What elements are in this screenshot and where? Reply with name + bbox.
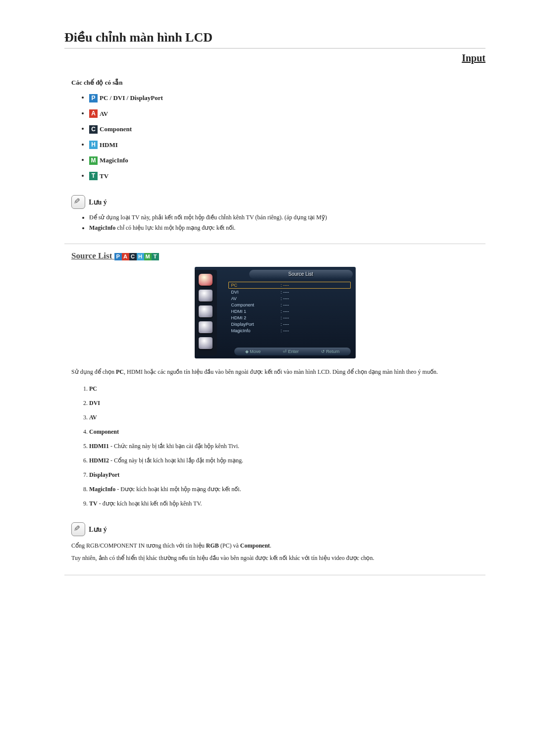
mode-item: TTV [89, 172, 485, 181]
osd-row: HDMI 2---- [228, 314, 351, 321]
osd-side-sound-icon [199, 305, 213, 317]
mode-label: PC / DVI / DisplayPort [100, 94, 163, 101]
mode-label: MagicInfo [100, 156, 128, 164]
m-icon: M [89, 156, 98, 165]
mode-item: CComponent [89, 125, 485, 134]
mode-item: PPC / DVI / DisplayPort [89, 94, 485, 102]
osd-row: Component---- [228, 302, 351, 308]
osd-sidebar [195, 270, 217, 355]
osd-row: DisplayPort---- [228, 321, 351, 327]
source-item: HDMI1 - Chức năng này bị tắt khi bạn cài… [89, 443, 485, 450]
osd-row: DVI---- [228, 289, 351, 295]
osd-side-picture-icon [199, 290, 213, 302]
p-icon: P [89, 94, 98, 102]
source-item: Component [89, 428, 485, 436]
osd-return-hint: ↺ Return [321, 349, 340, 354]
osd-screenshot: Source List PC---- DVI---- AV---- Compon… [195, 267, 356, 358]
source-ordered-list: PC DVI AV Component HDMI1 - Chức năng nà… [89, 385, 485, 507]
note-label: Lưu ý [89, 526, 107, 533]
usage-paragraph: Sử dụng để chọn PC, HDMI hoặc các nguồn … [71, 367, 485, 376]
osd-side-multi-icon [199, 337, 213, 349]
note-item: Để sử dụng loại TV này, phải kết nối một… [89, 214, 485, 221]
mode-label: Component [100, 125, 132, 133]
mode-label: AV [100, 110, 108, 117]
note-list-1: Để sử dụng loại TV này, phải kết nối một… [89, 214, 485, 232]
note-paragraph: Cổng RGB/COMPONENT IN tương thích với tí… [71, 541, 485, 551]
source-item: TV - được kích hoạt khi kết nối hộp kênh… [89, 500, 485, 507]
source-item: DVI [89, 400, 485, 407]
t-icon: T [152, 253, 159, 260]
a-icon: A [89, 109, 98, 118]
mode-label: TV [100, 172, 108, 180]
osd-side-setup-icon [199, 321, 213, 333]
source-item: PC [89, 385, 485, 393]
c-icon: C [89, 125, 98, 134]
osd-row: AV---- [228, 295, 351, 302]
t-icon: T [89, 172, 98, 180]
p-icon: P [114, 253, 122, 260]
source-item: HDMI2 - Cổng này bị tắt kích hoạt khi lắ… [89, 457, 485, 464]
c-icon: C [129, 253, 137, 260]
osd-footer: ◆ Move ⏎ Enter ↺ Return [234, 348, 351, 355]
osd-title: Source List [249, 270, 353, 279]
note-label: Lưu ý [89, 199, 107, 206]
a-icon: A [122, 253, 129, 260]
note-icon [71, 522, 85, 536]
page-title: Điều chỉnh màn hình LCD [64, 30, 485, 49]
mode-item: AAV [89, 109, 485, 118]
source-list-heading-text: Source List [71, 251, 112, 260]
m-icon: M [144, 253, 152, 260]
osd-side-input-icon [199, 274, 213, 286]
mode-item: HHDMI [89, 141, 485, 150]
input-heading: Input [64, 52, 485, 64]
available-modes-heading: Các chế độ có sẵn [71, 79, 485, 87]
osd-rows: PC---- DVI---- AV---- Component---- HDMI… [228, 282, 351, 334]
osd-row: HDMI 1---- [228, 308, 351, 314]
osd-row: MagicInfo---- [228, 327, 351, 334]
note-icon [71, 195, 85, 209]
separator [64, 244, 485, 244]
note-paragraph: Tuy nhiên, ảnh có thể hiển thị khác thườ… [71, 554, 485, 563]
source-list-heading: Source List PACHMT [71, 251, 485, 261]
source-item: MagicInfo - Được kích hoạt khi một hộp m… [89, 486, 485, 493]
note-item: MagicInfo chỉ có hiệu lực khi một hộp mạ… [89, 224, 485, 232]
source-item: AV [89, 414, 485, 421]
h-icon: H [137, 253, 144, 260]
h-icon: H [89, 141, 98, 149]
separator [64, 575, 485, 575]
osd-enter-hint: ⏎ Enter [283, 349, 299, 354]
mode-label: HDMI [100, 141, 118, 149]
osd-row: PC---- [228, 282, 351, 289]
source-item: DisplayPort [89, 471, 485, 479]
note-block-2: Lưu ý [71, 522, 485, 536]
note-block-1: Lưu ý [71, 195, 485, 209]
mode-item: MMagicInfo [89, 156, 485, 165]
mode-list: PPC / DVI / DisplayPort AAV CComponent H… [89, 94, 485, 180]
osd-move-hint: ◆ Move [245, 349, 261, 354]
